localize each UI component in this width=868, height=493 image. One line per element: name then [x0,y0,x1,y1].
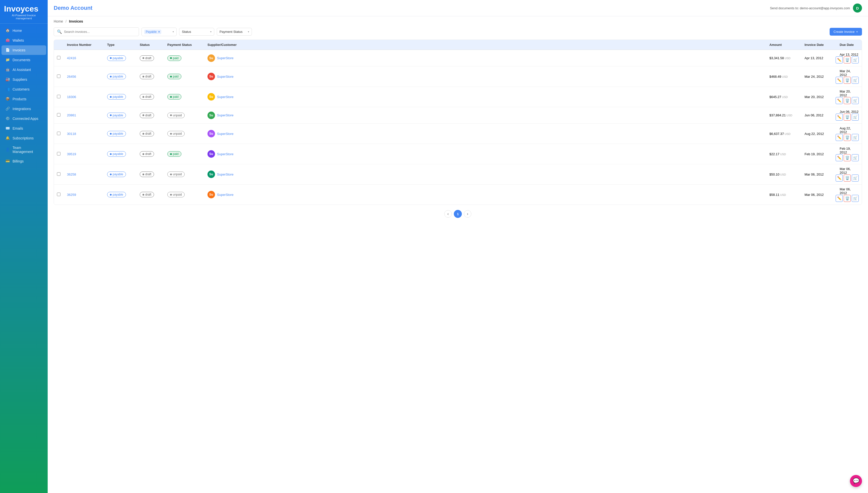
customer-name-3[interactable]: SuperStore [217,113,234,117]
sidebar-item-team-management[interactable]: 👤 Team Management [1,143,46,156]
th-status: Status [137,43,164,47]
cart-button-0[interactable]: 🛒 [852,57,859,63]
sidebar-item-billings[interactable]: 💳 Billings [1,156,46,166]
status-badge-2: draft [137,94,164,100]
sidebar-item-invoices[interactable]: 📄 Invoices [1,45,46,55]
edit-button-2[interactable]: ✏️ [835,97,843,104]
payment-status-badge-6: unpaid [164,172,205,177]
header-title: Demo Account [54,5,92,11]
search-input[interactable] [64,30,136,34]
delete-button-5[interactable]: 🗑️ [844,154,851,161]
customer-name-6[interactable]: SuperStore [217,173,234,176]
header-right: Send documents to: demo-account@app.invo… [770,3,862,13]
table-row: 42416 payable draft paid Su SuperStore [54,50,862,66]
delete-button-0[interactable]: 🗑️ [844,57,851,63]
row-checkbox-7[interactable] [54,193,64,197]
draft-dot-1 [143,76,144,78]
row-checkbox-0[interactable] [54,56,64,60]
chat-fab[interactable]: 💬 [850,475,862,487]
sidebar-item-documents[interactable]: 📁 Documents [1,55,46,65]
row-checkbox-6[interactable] [54,172,64,176]
row-actions-6: ✏️ 🗑️ 🛒 [835,174,859,181]
edit-button-5[interactable]: ✏️ [835,154,843,161]
sidebar-item-home[interactable]: 🏠 Home [1,26,46,35]
row-checkbox-5[interactable] [54,152,64,156]
sidebar-item-subscriptions[interactable]: 🔔 Subscriptions [1,133,46,143]
customer-name-4[interactable]: SuperStore [217,132,234,136]
breadcrumb-home[interactable]: Home [54,19,63,23]
payable-dot-3 [110,114,112,116]
invoice-link-5[interactable]: 39519 [67,152,76,156]
row-checkbox-2[interactable] [54,95,64,99]
sidebar-item-products[interactable]: 📦 Products [1,94,46,104]
invoice-link-0[interactable]: 42416 [67,56,76,60]
sidebar-item-connected-apps[interactable]: ⚙️ Connected Apps [1,114,46,123]
customer-name-7[interactable]: SuperStore [217,193,234,197]
cart-button-5[interactable]: 🛒 [852,154,859,161]
delete-button-4[interactable]: 🗑️ [844,134,851,141]
cart-button-1[interactable]: 🛒 [852,77,859,84]
type-filter-chevron: ▾ [173,30,174,33]
sidebar-item-wallets[interactable]: 👛 Wallets [1,36,46,45]
invoice-link-2[interactable]: 18306 [67,95,76,99]
sidebar-item-customers[interactable]: 👥 Customers [1,85,46,94]
customer-cell-4: Su SuperStore [205,130,766,137]
pagination-page-1[interactable]: 1 [454,210,462,218]
delete-button-7[interactable]: 🗑️ [844,195,851,202]
edit-button-0[interactable]: ✏️ [835,57,843,63]
due-date-cell-0: Apr 13, 2012 ✏️ 🗑️ 🛒 [837,53,862,63]
customer-name-1[interactable]: SuperStore [217,75,234,79]
pagination-next[interactable]: › [464,210,471,218]
sidebar-item-ai-assistant[interactable]: 🤖 AI Assistant [1,65,46,74]
edit-button-1[interactable]: ✏️ [835,77,843,84]
sidebar-item-integrations[interactable]: 🔗 Integrations [1,104,46,113]
row-checkbox-4[interactable] [54,132,64,136]
customer-name-2[interactable]: SuperStore [217,95,234,99]
draft-badge-4: draft [140,131,154,136]
customer-name-5[interactable]: SuperStore [217,152,234,156]
payment-badge-3: unpaid [167,113,185,118]
edit-button-4[interactable]: ✏️ [835,134,843,141]
pagination-prev[interactable]: ‹ [444,210,452,218]
sidebar-item-emails[interactable]: ✉️ Emails [1,124,46,133]
customer-name-0[interactable]: SuperStore [217,56,234,60]
edit-button-6[interactable]: ✏️ [835,174,843,181]
sidebar-label-customers: Customers [13,87,29,91]
delete-button-1[interactable]: 🗑️ [844,77,851,84]
draft-badge-7: draft [140,192,154,197]
create-invoice-button[interactable]: Create Invoice + [830,28,862,36]
sidebar-item-suppliers[interactable]: 🏭 Suppliers [1,75,46,84]
remove-payable-tag[interactable]: × [158,30,160,34]
edit-button-7[interactable]: ✏️ [835,195,843,202]
cart-button-6[interactable]: 🛒 [852,174,859,181]
delete-button-6[interactable]: 🗑️ [844,174,851,181]
cart-button-4[interactable]: 🛒 [852,134,859,141]
delete-button-2[interactable]: 🗑️ [844,97,851,104]
type-badge-7: payable [104,192,137,197]
subscriptions-icon: 🔔 [5,136,10,141]
type-badge-1: payable [104,74,137,79]
row-checkbox-1[interactable] [54,74,64,79]
delete-button-3[interactable]: 🗑️ [844,113,851,121]
payable-badge-0: payable [107,56,126,61]
row-checkbox-3[interactable] [54,113,64,117]
table-row: 30118 payable draft unpaid Su SuperStore [54,124,862,144]
type-filter[interactable]: Payable × ▾ [142,27,176,36]
currency-6: USD [780,173,786,176]
payable-dot-5 [110,153,112,155]
invoice-link-3[interactable]: 20861 [67,113,76,117]
invoice-link-7[interactable]: 36259 [67,193,76,197]
cart-button-2[interactable]: 🛒 [852,97,859,104]
payment-status-filter[interactable]: Payment Status ▾ [217,28,252,36]
sidebar-logo: Invoyces AI-Powered Invoice management [0,0,48,24]
cart-button-7[interactable]: 🛒 [852,195,859,202]
cart-button-3[interactable]: 🛒 [852,113,859,121]
avatar[interactable]: D [853,3,862,13]
invoice-link-6[interactable]: 36258 [67,173,76,176]
status-filter[interactable]: Status ▾ [179,28,214,36]
invoice-link-1[interactable]: 26456 [67,75,76,79]
invoice-number-5: 39519 [64,152,104,156]
invoice-link-4[interactable]: 30118 [67,132,76,136]
edit-button-3[interactable]: ✏️ [835,113,843,121]
draft-dot-5 [143,153,144,155]
